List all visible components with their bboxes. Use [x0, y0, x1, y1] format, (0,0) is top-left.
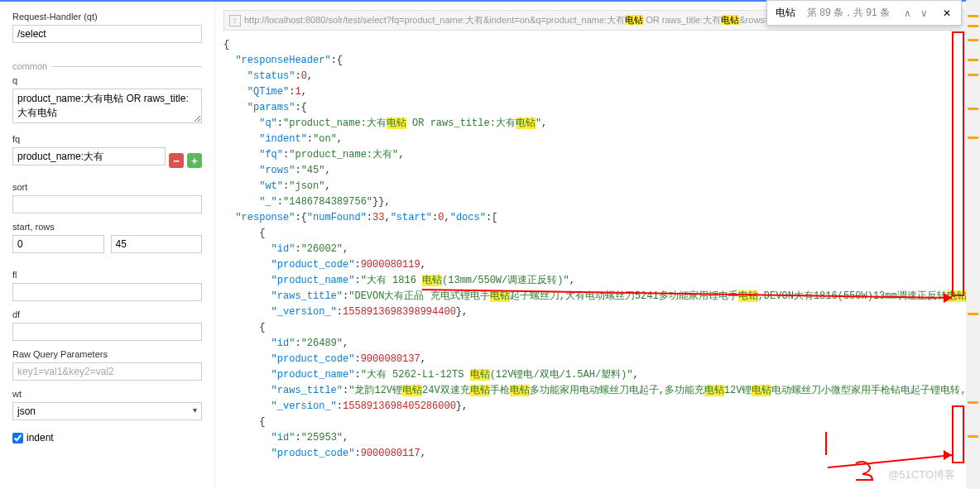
watermark: @51CTO博客 — [888, 467, 955, 482]
fq-label: fq — [12, 134, 202, 144]
indent-label: indent — [26, 432, 54, 443]
fq-input[interactable] — [12, 147, 166, 165]
rows-input[interactable] — [111, 235, 203, 253]
url-text: http://localhost:8080/solr/test/select?f… — [244, 14, 800, 26]
q-label: q — [12, 75, 202, 85]
indent-checkbox[interactable] — [12, 433, 23, 443]
start-input[interactable] — [12, 235, 104, 253]
scrollbar[interactable] — [966, 0, 980, 489]
result-panel: ⇪ http://localhost:8080/solr/test/select… — [215, 2, 980, 489]
fq-remove-button[interactable]: − — [169, 153, 184, 168]
fl-input[interactable] — [12, 283, 202, 301]
df-input[interactable] — [12, 323, 202, 341]
request-handler-label: Request-Handler (qt) — [12, 12, 202, 22]
find-count: 第 89 条，共 91 条 — [807, 6, 890, 20]
wt-select[interactable]: json — [12, 402, 202, 420]
scrollbar-find-marks — [966, 0, 980, 489]
df-label: df — [12, 309, 202, 319]
find-term: 电钻 — [776, 6, 795, 20]
query-sidebar: Request-Handler (qt) common q product_na… — [0, 2, 215, 489]
fq-add-button[interactable]: + — [187, 153, 202, 168]
request-handler-input[interactable] — [12, 25, 202, 43]
find-next-button[interactable]: ∨ — [918, 7, 930, 19]
find-prev-button[interactable]: ∧ — [901, 7, 913, 19]
wt-label: wt — [12, 389, 202, 399]
json-response: { "responseHeader":{ "status":0, "QTime"… — [223, 31, 980, 468]
sort-input[interactable] — [12, 195, 202, 213]
find-close-button[interactable]: ✕ — [941, 7, 953, 19]
raw-params-input[interactable] — [12, 362, 202, 381]
fl-label: fl — [12, 270, 202, 280]
find-bar: 电钻 第 89 条，共 91 条 ∧ ∨ ✕ — [766, 0, 962, 26]
start-rows-label: start, rows — [12, 222, 202, 232]
q-input[interactable]: product_name:大有电钻 OR raws_title:大有电钻 — [12, 89, 202, 123]
link-icon: ⇪ — [229, 15, 241, 26]
raw-params-label: Raw Query Parameters — [12, 349, 202, 359]
common-group-label: common — [12, 61, 52, 71]
sort-label: sort — [12, 182, 202, 192]
